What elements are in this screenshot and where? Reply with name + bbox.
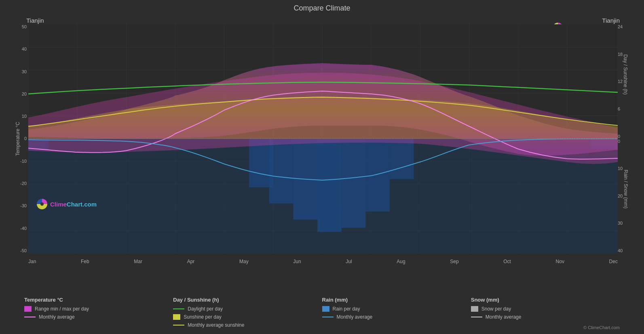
month-apr: Apr [187, 259, 195, 264]
legend-daylight: Daylight per day [173, 306, 322, 312]
legend-temp-swatch [24, 306, 32, 312]
month-jan: Jan [28, 259, 36, 264]
month-jun: Jun [293, 259, 301, 264]
legend-temp-avg: Monthly average [24, 314, 173, 320]
month-dec: Dec [609, 259, 618, 264]
month-mar: Mar [134, 259, 142, 264]
legend-temp-range-label: Range min / max per day [35, 306, 89, 312]
legend-temperature: Temperature °C Range min / max per day M… [24, 297, 173, 328]
svg-point-41 [40, 202, 44, 206]
legend-snow-swatch [471, 306, 478, 312]
month-oct: Oct [503, 259, 511, 264]
y-label-left: Temperature °C [15, 121, 21, 155]
legend-rain-title: Rain (mm) [322, 297, 471, 303]
legend-snow-avg-label: Monthly average [486, 314, 522, 320]
chart-svg [28, 24, 618, 253]
legend-rain-avg-label: Monthly average [337, 314, 373, 320]
legend-temp-avg-label: Monthly average [39, 314, 75, 320]
legend-rain-avg: Monthly average [322, 314, 471, 320]
legend-daylight-line [173, 308, 184, 309]
legend-daylight-label: Daylight per day [188, 306, 223, 312]
legend-sunshine: Day / Sunshine (h) Daylight per day Suns… [173, 297, 322, 328]
legend-rain-swatch [322, 306, 329, 312]
legend-sunshine-per-day-label: Sunshine per day [184, 314, 221, 320]
page-wrapper: Compare Climate Tianjin Tianjin ClimeCha… [0, 0, 644, 334]
chart-area: 50403020100-10-20-30-40-50 24181260 0102… [28, 24, 618, 253]
legend-temp-line [24, 317, 36, 317]
legend-snow-per-day-label: Snow per day [481, 306, 511, 312]
legend-rain-swatch-row: Rain per day [322, 306, 471, 312]
legend-area: Temperature °C Range min / max per day M… [24, 297, 620, 328]
logo-bottom-left: ClimeChart.com [36, 198, 97, 210]
month-jul: Jul [346, 259, 352, 264]
legend-snow-avg-line [471, 317, 482, 317]
month-may: May [239, 259, 249, 264]
y-label-right-top: Day / Sunshine (h) [622, 55, 628, 95]
legend-rain: Rain (mm) Rain per day Monthly average [322, 297, 471, 328]
y-label-right-bottom: Rain / Snow (mm) [623, 170, 629, 208]
legend-temperature-title: Temperature °C [24, 297, 173, 303]
copyright: © ClimeChart.com [583, 325, 620, 330]
x-axis: Jan Feb Mar Apr May Jun Jul Aug Sep Oct … [28, 259, 618, 264]
page-title: Compare Climate [0, 0, 644, 13]
logo-icon-bottom [36, 198, 48, 210]
legend-sunshine-avg-label: Monthly average sunshine [188, 322, 244, 328]
legend-temp-range: Range min / max per day [24, 306, 173, 312]
logo-text-bottom: ClimeChart.com [50, 201, 97, 208]
legend-rain-per-day-label: Rain per day [333, 306, 360, 312]
month-nov: Nov [556, 259, 564, 264]
legend-snow: Snow (mm) Snow per day Monthly average [471, 297, 620, 328]
legend-sunshine-title: Day / Sunshine (h) [173, 297, 322, 303]
legend-snow-title: Snow (mm) [471, 297, 620, 303]
legend-snow-swatch-row: Snow per day [471, 306, 620, 312]
legend-snow-avg: Monthly average [471, 314, 620, 320]
legend-sunshine-avg-line [173, 325, 184, 325]
month-aug: Aug [397, 259, 405, 264]
month-feb: Feb [81, 259, 89, 264]
legend-sunshine-swatch-row: Sunshine per day [173, 314, 322, 320]
city-label-left: Tianjin [26, 17, 44, 24]
legend-sunshine-avg: Monthly average sunshine [173, 322, 322, 328]
legend-sunshine-swatch [173, 314, 180, 320]
month-sep: Sep [450, 259, 458, 264]
legend-rain-avg-line [322, 317, 334, 317]
